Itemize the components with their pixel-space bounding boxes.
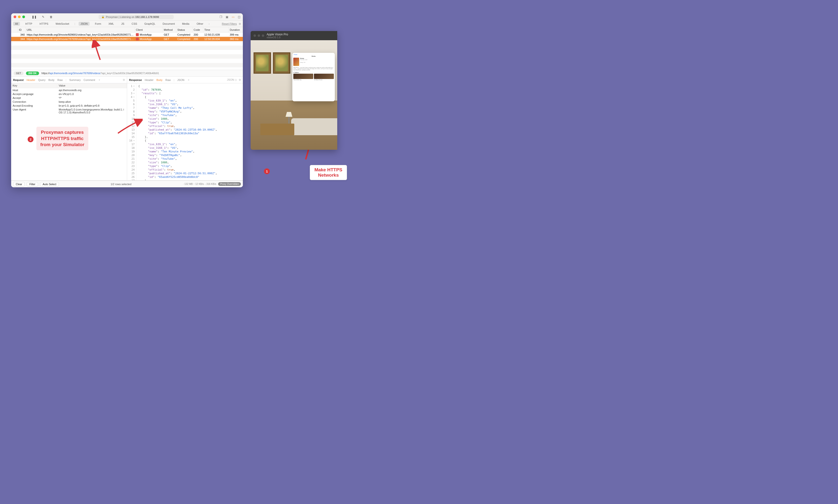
json-viewer[interactable]: 1▾23▾4▾5678910111213141516▾1718192021222…	[127, 83, 243, 180]
header-row: Connectionkeep-alive	[11, 100, 127, 104]
filter-json[interactable]: JSON	[79, 22, 89, 26]
table-row[interactable]: 340 https://api.themoviedb.org/3/movie/6…	[11, 33, 243, 37]
proxy-status-pill[interactable]: Proxy Overridden	[218, 182, 241, 186]
filter-graphql[interactable]: GraphQL	[142, 22, 157, 26]
col-client[interactable]: Client	[135, 27, 163, 32]
code-line: "official": true,	[138, 168, 217, 172]
trailer-thumb[interactable]	[314, 74, 334, 79]
fold-icon[interactable]: ▾	[134, 92, 135, 95]
reset-filters[interactable]: Reset Filters	[222, 22, 237, 25]
col-url[interactable]: URL	[26, 27, 135, 32]
add-tab-icon[interactable]: ＋	[187, 78, 190, 82]
code-line: "site": "YouTube",	[138, 113, 217, 117]
dot-icon[interactable]	[254, 34, 256, 37]
filter-media[interactable]: Media	[180, 22, 191, 26]
tab-summary[interactable]: Summary	[69, 78, 81, 82]
minimize-window-icon[interactable]	[18, 16, 21, 18]
gutter-line: 20	[127, 154, 135, 157]
more-filters-icon[interactable]: ›	[209, 22, 210, 25]
col-time[interactable]: Time	[203, 27, 229, 32]
format-selector[interactable]: JSON ◇	[227, 78, 237, 82]
filter-https[interactable]: HTTPS	[38, 22, 50, 26]
back-button[interactable]: ‹ Home	[293, 54, 334, 55]
cell-time: 12:50:21.639	[203, 33, 229, 36]
address-text: Proxyman | Listening on 192.168.1.178:90…	[106, 16, 159, 18]
gutter-line: 16▾	[127, 139, 135, 143]
filter-js[interactable]: JS	[119, 22, 126, 26]
gutter-line: 1▾	[127, 84, 135, 88]
filter-form[interactable]: Form	[93, 22, 103, 26]
filter-websocket[interactable]: WebSocket	[54, 22, 71, 26]
tab-json[interactable]: JSON	[177, 78, 184, 82]
simulator-window: Apple Vision Pro visionOS 1.0 ‹ Home Won…	[251, 31, 337, 150]
col-id[interactable]: ID	[18, 27, 26, 32]
panel-menu-icon[interactable]: ⊝	[239, 78, 241, 82]
add-tab-icon[interactable]: ＋	[98, 78, 101, 82]
movie-card[interactable]: ‹ Home Wonka Wonka December, 2023 Rating…	[292, 53, 335, 101]
gutter-line: 7	[127, 106, 135, 110]
arrow-icon	[116, 119, 143, 136]
code-line: "name": "Ten Minute Preview",	[138, 150, 217, 154]
dot-icon[interactable]	[258, 34, 260, 37]
gutter-line: 19	[127, 150, 135, 154]
windows-icon[interactable]: ❐	[220, 15, 222, 19]
sofa	[291, 118, 337, 135]
layout-horizontal-icon[interactable]: ▭	[232, 15, 234, 19]
gutter-line: 22	[127, 161, 135, 164]
tab-body[interactable]: Body	[48, 78, 54, 82]
table-header: ID URL Client Method Status Code Time Du…	[11, 27, 243, 33]
json-code: { "id": 787699, "results": [ { "iso_639_…	[136, 83, 219, 180]
fold-icon[interactable]: ▾	[134, 139, 135, 143]
pause-icon[interactable]: ❚❚	[32, 15, 37, 19]
trash-icon[interactable]: 🗑	[50, 15, 53, 19]
url-bar: GET 200 OK https://api.themoviedb.org/3/…	[11, 70, 243, 76]
trailer-thumb[interactable]	[293, 74, 313, 79]
lock-icon: 🔒	[101, 16, 104, 18]
filter-document[interactable]: Document	[160, 22, 177, 26]
tab-query[interactable]: Query	[38, 78, 45, 82]
settings-icon[interactable]: ⊝	[239, 22, 241, 25]
filter-xml[interactable]: XML	[106, 22, 116, 26]
tab-header[interactable]: Header	[27, 78, 35, 82]
tab-raw[interactable]: Raw	[166, 78, 171, 82]
compose-icon[interactable]: ✎	[42, 15, 45, 19]
picture-frame	[273, 52, 290, 74]
panel-menu-icon[interactable]: ⊝	[123, 78, 125, 82]
panels-icon[interactable]: ▣	[226, 15, 228, 19]
code-line: "site": "YouTube",	[138, 157, 217, 161]
close-window-icon[interactable]	[14, 16, 16, 18]
simulator-titlebar: Apple Vision Pro visionOS 1.0	[251, 31, 337, 40]
cell-time: 12:50:28.834	[203, 38, 229, 40]
fold-icon[interactable]: ▾	[134, 84, 135, 88]
dot-icon[interactable]	[262, 34, 264, 37]
filter-button[interactable]: Filter	[27, 182, 38, 186]
col-duration[interactable]: Duration	[229, 27, 243, 32]
tab-raw[interactable]: Raw	[57, 78, 63, 82]
col-method[interactable]: Method	[163, 27, 176, 32]
tab-body[interactable]: Body	[156, 78, 163, 82]
movie-title: Wonka	[293, 55, 334, 57]
gutter-line: 5	[127, 99, 135, 103]
header-value: en-VN;q=1.0	[57, 92, 127, 96]
layout-split-icon[interactable]: ◫	[238, 15, 240, 19]
cell-method: GET	[163, 38, 176, 40]
table-row[interactable]: 344 https://api.themoviedb.org/3/movie/7…	[11, 37, 243, 41]
filter-all[interactable]: All	[13, 22, 20, 26]
auto-select-button[interactable]: Auto Select	[40, 182, 59, 186]
clear-button[interactable]: Clear	[13, 182, 25, 186]
header-key: User-Agent	[11, 108, 57, 114]
filter-css[interactable]: CSS	[130, 22, 139, 26]
filter-bar: All HTTP HTTPS WebSocket | JSON Form XML…	[11, 21, 243, 27]
code-line: {	[138, 95, 217, 99]
filter-http[interactable]: HTTP	[23, 22, 34, 26]
response-title: Response	[129, 78, 142, 82]
header-key: Host	[11, 88, 57, 92]
address-bar[interactable]: 🔒 Proxyman | Listening on 192.168.1.178:…	[99, 15, 173, 19]
col-code[interactable]: Code	[193, 27, 203, 32]
zoom-window-icon[interactable]	[22, 16, 25, 18]
col-status[interactable]: Status	[176, 27, 193, 32]
fold-icon[interactable]: ▾	[134, 95, 135, 99]
tab-header[interactable]: Header	[145, 78, 154, 82]
filter-other[interactable]: Other	[194, 22, 205, 26]
tab-comment[interactable]: Comment	[84, 78, 95, 82]
